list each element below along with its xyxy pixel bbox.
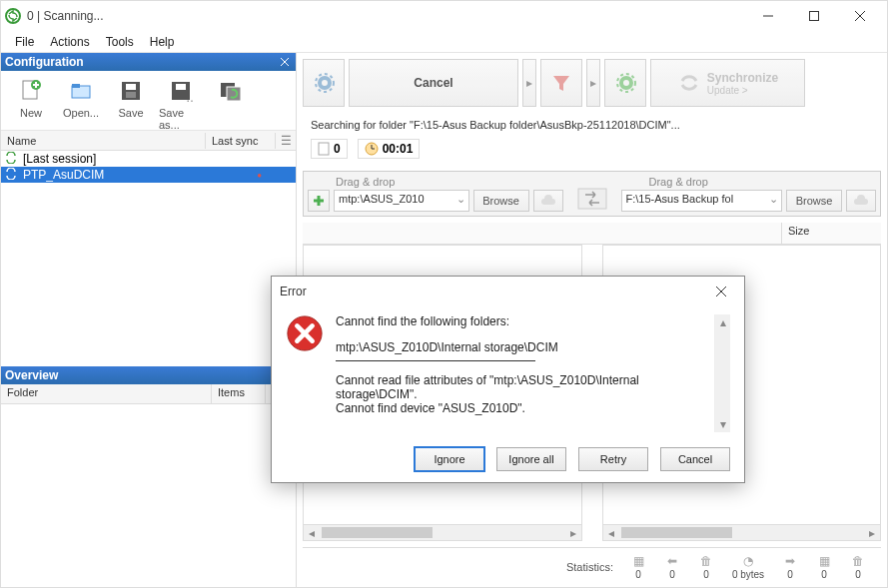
compare-settings-button[interactable] — [303, 59, 345, 107]
window-title: 0 | Scanning... — [27, 9, 745, 23]
drag-label-left: Drag & drop — [308, 176, 563, 188]
stat-update-left: ⬅0 — [655, 554, 689, 580]
chevron-right-icon[interactable]: ▸ — [864, 525, 880, 540]
browse-left-button[interactable]: Browse — [473, 190, 529, 212]
open-label: Open... — [63, 107, 99, 119]
svg-rect-15 — [126, 92, 136, 98]
menu-help[interactable]: Help — [142, 33, 183, 51]
cancel-label: Cancel — [358, 76, 509, 90]
cloud-right-button[interactable] — [846, 190, 876, 212]
cancel-button[interactable]: Cancel — [349, 59, 518, 107]
chevron-left-icon[interactable]: ◂ — [603, 525, 619, 540]
clock-icon — [365, 142, 379, 156]
right-path-select[interactable]: F:\15-Asus Backup fol — [621, 190, 783, 212]
db-icon: ▦ — [815, 554, 833, 568]
menu-tools[interactable]: Tools — [98, 33, 142, 51]
col-options-icon[interactable]: ☰ — [276, 134, 296, 148]
col-lastsync[interactable]: Last sync — [206, 133, 276, 149]
session-list: [Last session] PTP_AsuDCIM ● — [1, 151, 296, 183]
cloud-icon — [852, 195, 870, 207]
swap-button[interactable] — [569, 176, 615, 212]
minimize-button[interactable] — [745, 1, 791, 31]
overview-title: Overview — [5, 368, 58, 382]
col-name[interactable]: Name — [1, 133, 206, 149]
add-pair-button[interactable] — [308, 190, 330, 212]
configuration-title: Configuration — [5, 55, 84, 69]
sync-settings-button[interactable] — [604, 59, 646, 107]
error-dialog: Error Cannot find the following folders:… — [271, 276, 745, 483]
col-folder[interactable]: Folder — [1, 384, 212, 403]
new-file-icon — [17, 77, 45, 105]
filter-dropdown[interactable]: ▸ — [586, 59, 600, 107]
dialog-cancel-button[interactable]: Cancel — [660, 447, 730, 471]
maximize-button[interactable] — [791, 1, 837, 31]
drag-label-right: Drag & drop — [621, 176, 877, 188]
error-line3: Cannot read file attributes of "mtp:\ASU… — [336, 373, 702, 401]
ignore-all-button[interactable]: Ignore all — [496, 447, 566, 471]
status-text: Searching for folder "F:\15-Asus Backup … — [311, 119, 873, 131]
save-button[interactable]: Save — [107, 75, 155, 121]
svg-rect-14 — [126, 84, 136, 90]
gear-icon — [312, 70, 336, 96]
list-item[interactable]: PTP_AsuDCIM ● — [1, 167, 296, 183]
sync-icon — [677, 71, 701, 95]
funnel-icon — [549, 71, 573, 95]
scrollbar-horizontal[interactable]: ◂▸ — [304, 524, 581, 540]
dialog-button-row: Ignore Ignore all Retry Cancel — [272, 436, 744, 482]
synchronize-sublabel: Update > — [707, 85, 748, 96]
stat-update-right: ▦0 — [807, 554, 841, 580]
list-item[interactable]: [Last session] — [1, 151, 296, 167]
new-button[interactable]: New — [7, 75, 55, 121]
item-count: 0 — [334, 142, 341, 156]
synchronize-button[interactable]: Synchronize Update > — [650, 59, 805, 107]
status-area: Searching for folder "F:\15-Asus Backup … — [297, 113, 887, 165]
saveas-button[interactable]: … Save as... — [157, 75, 205, 133]
open-icon — [67, 77, 95, 105]
stat-delete-left: 🗑0 — [689, 554, 723, 580]
db-icon: ▦ — [629, 554, 647, 568]
menu-file[interactable]: File — [7, 33, 42, 51]
col-items[interactable]: Items — [212, 384, 266, 403]
scrollbar-thumb[interactable] — [322, 527, 433, 538]
titlebar: 0 | Scanning... — [1, 1, 887, 31]
svg-point-23 — [621, 78, 631, 88]
retry-button[interactable]: Retry — [578, 447, 648, 471]
save-label: Save — [118, 107, 143, 119]
chevron-down-icon[interactable]: ▾ — [715, 416, 730, 432]
batch-icon — [217, 77, 245, 105]
dialog-titlebar: Error — [272, 277, 744, 306]
filter-button[interactable] — [540, 59, 582, 107]
menu-actions[interactable]: Actions — [42, 33, 97, 51]
list-item-label: [Last session] — [23, 152, 96, 166]
open-button[interactable]: Open... — [57, 75, 105, 121]
stat-bytes: ◔0 bytes — [723, 554, 773, 580]
configuration-close-icon[interactable] — [278, 55, 292, 69]
browse-right-button[interactable]: Browse — [786, 190, 842, 212]
chevron-right-icon[interactable]: ▸ — [565, 525, 581, 540]
chevron-left-icon[interactable]: ◂ — [304, 525, 320, 540]
dialog-close-button[interactable] — [706, 277, 736, 306]
stat-create-left: ▦0 — [621, 554, 655, 580]
arrow-left-icon: ⬅ — [663, 554, 681, 568]
main-toolbar: Cancel ▸ ▸ Synchronize Update > — [303, 59, 881, 107]
ignore-button[interactable]: Ignore — [415, 447, 484, 471]
svg-rect-12 — [72, 84, 80, 88]
saveas-label: Save as... — [159, 107, 203, 131]
save-icon — [117, 77, 145, 105]
scrollbar-thumb[interactable] — [621, 527, 732, 538]
error-line2: mtp:\ASUS_Z010D\Internal storage\DCIM — [336, 340, 702, 354]
close-button[interactable] — [837, 1, 883, 31]
dialog-scrollbar[interactable]: ▴ ▾ — [714, 314, 730, 432]
scrollbar-horizontal[interactable]: ◂▸ — [603, 524, 881, 540]
statistics-label: Statistics: — [566, 561, 613, 573]
col-size-right[interactable]: Size — [781, 223, 881, 244]
cloud-left-button[interactable] — [533, 190, 563, 212]
stat-delete-right: 🗑0 — [841, 554, 875, 580]
left-path-select[interactable]: mtp:\ASUS_Z010 — [334, 190, 469, 212]
svg-point-21 — [320, 78, 330, 88]
left-pane: Configuration New Open... Save … Save as… — [1, 53, 297, 587]
chevron-up-icon[interactable]: ▴ — [715, 314, 730, 330]
batch-button[interactable] — [207, 75, 255, 109]
compare-dropdown[interactable]: ▸ — [522, 59, 536, 107]
arrow-right-icon: ➡ — [781, 554, 799, 568]
